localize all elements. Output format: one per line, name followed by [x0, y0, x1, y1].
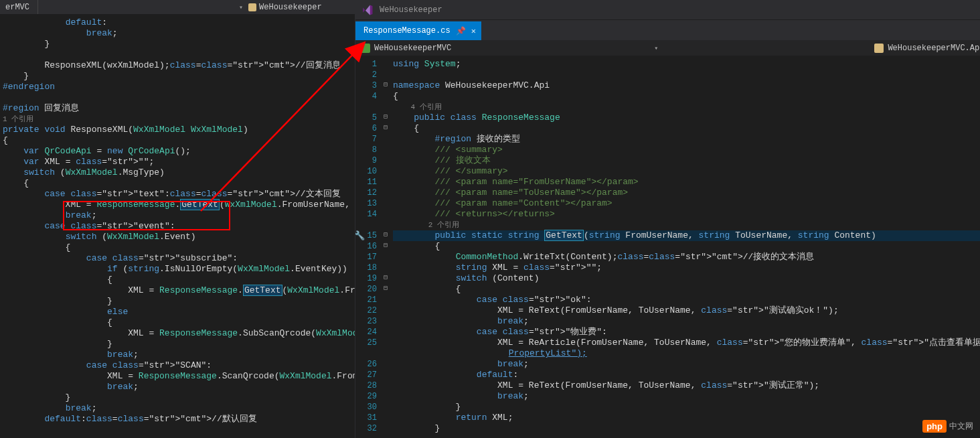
vs-logo-icon: [361, 3, 374, 17]
tab-response-message[interactable]: ResponseMessage.cs 📌 ✕: [355, 21, 481, 40]
pin-icon[interactable]: 📌: [456, 26, 466, 36]
left-code-text[interactable]: default: break; } ResponseXML(wxXmlModel…: [0, 15, 355, 438]
namespace-label: erMVC: [5, 3, 29, 12]
breadcrumb-bar: WeHousekeeperMVC ▾ WeHousekeeperMVC.Api.…: [355, 40, 980, 56]
left-code-area[interactable]: default: break; } ResponseXML(wxXmlModel…: [0, 15, 355, 438]
right-code-text[interactable]: using System;namespace WeHousekeeperMVC.…: [390, 56, 980, 438]
breadcrumb-project-label: WeHousekeeperMVC: [374, 44, 451, 53]
close-icon[interactable]: ✕: [471, 26, 476, 36]
tab-label: ResponseMessage.cs: [363, 26, 451, 35]
php-text: 中文网: [949, 421, 973, 432]
right-code-area[interactable]: 🔧 12345678910111213141516171819202122232…: [355, 56, 980, 438]
line-gutter: 1234567891011121314151617181920212223242…: [355, 56, 381, 438]
left-editor-pane: erMVC ▾ WeHousekeeper default: break; } …: [0, 0, 355, 438]
right-editor-pane: WeHousekeeper ResponseMessage.cs 📌 ✕ WeH…: [355, 0, 980, 438]
class-label: WeHousekeeper: [259, 3, 322, 12]
breadcrumb-class[interactable]: WeHousekeeperMVC.Api.ResponseMessage ▾: [869, 44, 980, 53]
breadcrumb-class-label: WeHousekeeperMVC.Api.ResponseMessage: [888, 44, 980, 53]
breadcrumb-project[interactable]: WeHousekeeperMVC: [355, 44, 457, 53]
fold-margin[interactable]: ⊟⊟⊟⊟⊟⊟⊟: [381, 56, 390, 438]
class-dropdown[interactable]: WeHousekeeper: [243, 0, 327, 14]
namespace-dropdown[interactable]: erMVC: [0, 0, 38, 14]
chevron-down-icon[interactable]: ▾: [654, 44, 658, 52]
php-badge: php: [922, 420, 947, 433]
tab-bar: ResponseMessage.cs 📌 ✕: [355, 20, 980, 40]
class-icon: [248, 3, 256, 11]
csharp-icon: [361, 44, 370, 53]
left-dropdown-bar: erMVC ▾ WeHousekeeper: [0, 0, 355, 15]
wrench-icon[interactable]: 🔧: [355, 230, 365, 241]
window-title-bar: WeHousekeeper: [355, 0, 980, 20]
class-icon: [874, 44, 884, 53]
window-title: WeHousekeeper: [380, 5, 442, 15]
php-watermark: php 中文网: [922, 420, 973, 433]
